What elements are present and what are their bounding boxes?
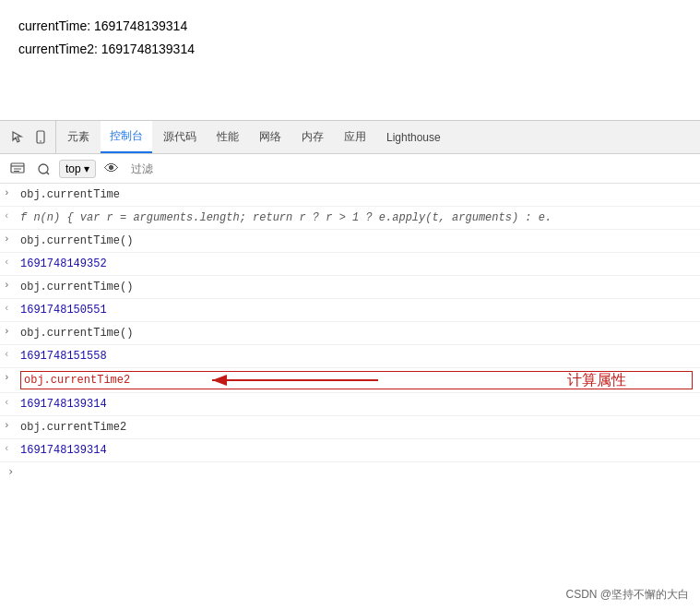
context-selector[interactable]: top ▾: [59, 160, 96, 178]
console-output: › obj.currentTime ‹ f n(n) { var r = arg…: [0, 184, 700, 610]
red-arrow: [203, 366, 387, 394]
clear-console-button[interactable]: [7, 159, 28, 179]
current-time-line2: currentTime2: 1691748139314: [18, 38, 682, 61]
console-text: obj.currentTime: [20, 186, 693, 203]
console-text: 1691748139314: [20, 442, 693, 459]
chevron-down-icon: ▾: [84, 162, 89, 175]
devtools-icon-cursor[interactable]: [9, 128, 28, 147]
annotation-label: 计算属性: [567, 371, 626, 390]
filter-input[interactable]: [127, 161, 693, 177]
arrow-right-icon: ›: [4, 372, 18, 383]
devtools-icons: [4, 121, 56, 153]
console-line[interactable]: › obj.currentTime(): [0, 276, 700, 299]
tab-network[interactable]: 网络: [250, 121, 291, 153]
filter-toggle-button[interactable]: [33, 159, 53, 179]
console-text: f n(n) { var r = arguments.length; retur…: [20, 209, 693, 226]
console-text: 1691748139314: [20, 396, 693, 413]
console-line[interactable]: › obj.currentTime: [0, 184, 700, 207]
arrow-left-icon: ‹: [4, 397, 18, 408]
arrow-right-icon: ›: [4, 420, 18, 431]
console-line[interactable]: › obj.currentTime(): [0, 322, 700, 345]
tab-performance[interactable]: 性能: [208, 121, 248, 153]
eye-icon[interactable]: 👁: [101, 159, 122, 179]
footer-credit: CSDN @坚持不懈的大白: [565, 587, 689, 603]
arrow-right-icon: ›: [4, 233, 18, 245]
console-text: 1691748149352: [20, 256, 693, 272]
devtools-icon-mobile[interactable]: [31, 128, 50, 147]
console-line[interactable]: ‹ 1691748139314: [0, 439, 700, 462]
console-line[interactable]: ‹ f n(n) { var r = arguments.length; ret…: [0, 207, 700, 230]
arrow-left-icon: ‹: [4, 210, 18, 221]
console-line[interactable]: ‹ 1691748150551: [0, 299, 700, 322]
console-toolbar: top ▾ 👁: [0, 154, 700, 184]
tab-elements[interactable]: 元素: [58, 121, 99, 153]
console-line[interactable]: › obj.currentTime(): [0, 230, 700, 253]
console-line[interactable]: ‹ 1691748149352: [0, 253, 700, 276]
context-label: top: [65, 162, 81, 175]
arrow-left-icon: ‹: [4, 443, 18, 454]
console-prompt[interactable]: ›: [0, 462, 700, 481]
tab-sources[interactable]: 源代码: [154, 121, 206, 153]
console-text: 1691748150551: [20, 302, 693, 318]
prompt-arrow: ›: [7, 465, 14, 478]
console-line[interactable]: ‹ 1691748139314: [0, 393, 700, 416]
arrow-left-icon: ‹: [4, 257, 18, 268]
console-text: 1691748151558: [20, 348, 693, 365]
arrow-right-icon: ›: [4, 187, 18, 198]
console-line[interactable]: › obj.currentTime2: [0, 416, 700, 439]
tab-memory[interactable]: 内存: [292, 121, 333, 153]
console-text: obj.currentTime(): [20, 325, 693, 341]
svg-point-1: [40, 140, 42, 142]
arrow-left-icon: ‹: [4, 349, 18, 360]
console-text: obj.currentTime2: [20, 419, 693, 436]
arrow-right-icon: ›: [4, 280, 18, 291]
devtools-panel: 元素 控制台 源代码 性能 网络 内存 应用 Lighthouse: [0, 120, 700, 610]
svg-line-7: [47, 172, 50, 174]
arrow-left-icon: ‹: [4, 303, 18, 314]
console-line-highlighted[interactable]: › obj.currentTime2 计算属性: [0, 368, 700, 393]
tab-lighthouse[interactable]: Lighthouse: [377, 121, 450, 153]
console-lines-wrapper: › obj.currentTime ‹ f n(n) { var r = arg…: [0, 184, 700, 481]
console-line[interactable]: ‹ 1691748151558: [0, 345, 700, 368]
footer-text: CSDN @坚持不懈的大白: [565, 588, 689, 601]
top-content-area: currentTime: 1691748139314 currentTime2:…: [0, 0, 700, 120]
tab-application[interactable]: 应用: [335, 121, 375, 153]
console-text: obj.currentTime(): [20, 279, 693, 295]
devtools-tab-bar: 元素 控制台 源代码 性能 网络 内存 应用 Lighthouse: [0, 121, 700, 154]
tab-console[interactable]: 控制台: [101, 121, 152, 153]
current-time-line1: currentTime: 1691748139314: [18, 15, 682, 38]
console-text: obj.currentTime(): [20, 233, 693, 249]
arrow-right-icon: ›: [4, 326, 18, 337]
